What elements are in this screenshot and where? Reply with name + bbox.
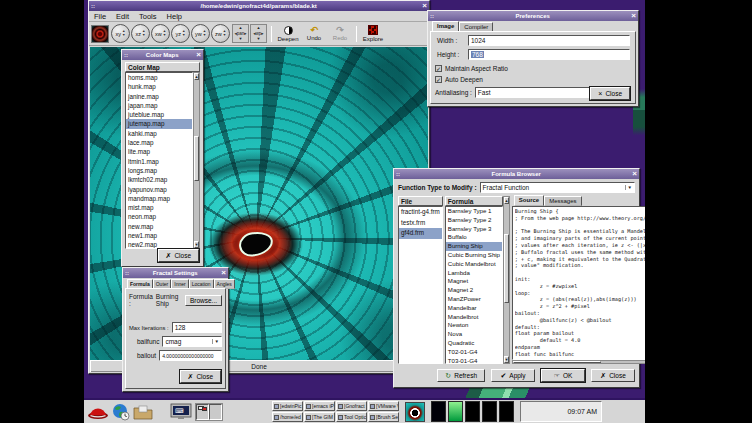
deepen-button[interactable]: Deepen <box>276 23 300 45</box>
colormap-list-item[interactable]: juteblue.map <box>126 110 192 119</box>
dial-arrows-icon[interactable]: ▲▼ <box>142 30 145 36</box>
maintain-aspect-checkbox[interactable]: ✓ <box>435 65 442 72</box>
menu-item[interactable]: Help <box>162 12 187 21</box>
hscroll-thumb[interactable] <box>513 361 601 363</box>
window-menu-icon[interactable]: :: <box>124 52 128 58</box>
file-list-item[interactable]: testx.frm <box>399 218 442 229</box>
colormap-list-item[interactable]: jutemap.map <box>126 119 192 128</box>
menu-item[interactable]: Tools <box>134 12 162 21</box>
source-code[interactable]: Burning Ship {; From the web page http:/… <box>512 206 645 360</box>
source-hscrollbar[interactable] <box>512 360 645 364</box>
monitor-applet[interactable] <box>431 401 446 422</box>
formula-list-item[interactable]: Cubic Mandelbrot <box>446 260 502 269</box>
scroll-thumb[interactable] <box>504 234 509 302</box>
rotation-dial[interactable]: xy ▲▼ <box>111 24 130 43</box>
refresh-button[interactable]: ↻ Refresh <box>437 369 485 382</box>
explore-button[interactable]: Explore <box>361 23 385 45</box>
formula-browser-titlebar[interactable]: :: Formula Browser × <box>394 169 639 179</box>
colormap-list-item[interactable]: homs.map <box>126 73 192 82</box>
colormap-column-header[interactable]: Color Map <box>125 62 200 72</box>
close-icon[interactable]: × <box>422 3 427 9</box>
close-icon[interactable]: × <box>221 270 226 276</box>
close-button[interactable]: × Close <box>590 87 630 100</box>
formula-list-item[interactable]: Nova <box>446 330 502 339</box>
colormap-list-item[interactable]: lkmtch02.map <box>126 175 192 184</box>
colormap-list-item[interactable]: neon.map <box>126 212 192 221</box>
preferences-titlebar[interactable]: :: Preferences × <box>428 11 638 21</box>
close-button[interactable]: ✗ Close <box>591 369 635 382</box>
formula-list-item[interactable]: Barnsley Type 3 <box>446 225 502 234</box>
file-column-header[interactable]: File <box>398 196 443 206</box>
scroll-down-icon[interactable]: ▼ <box>504 356 509 363</box>
main-menu-button[interactable] <box>87 404 109 420</box>
fractal-settings-titlebar[interactable]: :: Fractal Settings × <box>123 268 228 278</box>
formula-column-header[interactable]: Formula <box>445 196 503 206</box>
formula-list-item[interactable]: Burning Ship <box>446 242 502 251</box>
colormap-list-item[interactable]: lace.map <box>126 138 192 147</box>
formula-list-item[interactable]: Newton <box>446 321 502 330</box>
colormap-list-item[interactable]: kahki.map <box>126 129 192 138</box>
task-button[interactable]: [VMware V <box>368 401 399 411</box>
colormap-list-item[interactable]: lyapunov.map <box>126 185 192 194</box>
menu-item[interactable]: Edit <box>111 12 134 21</box>
web-browser-launcher[interactable] <box>112 403 130 421</box>
function-type-dropdown[interactable]: Fractal Function ▼ <box>480 182 635 193</box>
dial-arrows-icon[interactable]: ▲▼ <box>223 30 226 36</box>
main-titlebar[interactable]: :: /home/edwin/gnofract4d/params/blade.k… <box>89 1 429 11</box>
ok-button[interactable]: ☞ OK <box>541 369 585 382</box>
bailout-input[interactable]: 4.00000000000000000 <box>159 350 222 361</box>
spin-up-icon[interactable]: ▲ <box>239 26 243 30</box>
colormap-scrollbar[interactable]: ▲ ▼ <box>193 72 200 249</box>
browse-button[interactable]: Browse... <box>185 295 222 306</box>
spin-down-icon[interactable]: ▼ <box>257 37 261 41</box>
file-manager-launcher[interactable] <box>133 404 153 420</box>
close-button[interactable]: ✗ Close <box>158 249 200 262</box>
formula-list-item[interactable]: Mandelbar <box>446 304 502 313</box>
colormap-list-item[interactable]: new.map <box>126 222 192 231</box>
rotation-dial[interactable]: xw ▲▼ <box>151 24 170 43</box>
dial-arrows-icon[interactable]: ▲▼ <box>122 30 125 36</box>
colormap-list-item[interactable]: longs.map <box>126 166 192 175</box>
spin-down-icon[interactable]: ▼ <box>239 37 243 41</box>
colormap-list-item[interactable]: japan.map <box>126 101 192 110</box>
task-button[interactable]: [Gnofract <box>336 401 367 411</box>
rotation-dial[interactable]: yw ▲▼ <box>191 24 210 43</box>
close-icon[interactable]: × <box>196 52 201 58</box>
rotation-dial[interactable]: yz ▲▼ <box>171 24 190 43</box>
colormap-list-item[interactable]: mandmap.map <box>126 194 192 203</box>
colormap-list-item[interactable]: lite.map <box>126 147 192 156</box>
spin-up-icon[interactable]: ▲ <box>257 26 261 30</box>
formula-scrollbar[interactable]: ▲ ▼ <box>503 196 510 364</box>
window-menu-icon[interactable]: :: <box>125 270 129 276</box>
window-menu-icon[interactable]: :: <box>430 13 434 19</box>
colormap-list-item[interactable]: janine.map <box>126 92 192 101</box>
formula-list-item[interactable]: T02-01-G4 <box>446 348 502 357</box>
dial-arrows-icon[interactable]: ▲▼ <box>182 30 185 36</box>
colormap-list-item[interactable]: ltmin1.map <box>126 157 192 166</box>
height-input[interactable]: 768 <box>468 49 630 60</box>
task-button[interactable]: [emacs iP <box>304 401 335 411</box>
formula-list-item[interactable]: T03-01-G4 <box>446 357 502 364</box>
dial-arrows-icon[interactable]: ▲▼ <box>163 30 166 36</box>
scroll-up-icon[interactable]: ▲ <box>194 73 199 80</box>
tab[interactable]: Source <box>514 195 544 206</box>
undo-button[interactable]: ↶ Undo <box>302 23 326 45</box>
file-list-item[interactable]: fractint-g4.frm <box>399 207 442 218</box>
rotation-dial[interactable]: xz ▲▼ <box>131 24 150 43</box>
formula-list-item[interactable]: ManZPower <box>446 295 502 304</box>
file-list-item[interactable]: gf4d.frm <box>399 228 442 239</box>
dial-arrows-icon[interactable]: ▲▼ <box>203 30 206 36</box>
monitor-applet[interactable] <box>499 401 514 422</box>
formula-list-item[interactable]: Barnsley Type 2 <box>446 216 502 225</box>
close-icon[interactable]: × <box>632 171 637 177</box>
window-menu-icon[interactable]: :: <box>396 171 400 177</box>
max-iterations-input[interactable]: 128 <box>172 322 222 333</box>
redo-button[interactable]: ↷ Redo <box>328 23 352 45</box>
workspace-pager[interactable] <box>195 403 223 421</box>
formula-list-item[interactable]: Magnet <box>446 277 502 286</box>
gnofract4d-tray-icon[interactable] <box>405 402 425 422</box>
formula-list-item[interactable]: Quadratic <box>446 339 502 348</box>
formula-list-item[interactable]: Magnet 2 <box>446 286 502 295</box>
workspace-2[interactable] <box>209 404 222 420</box>
spinner[interactable]: ▲ ◂pan▸ ▼ <box>232 24 249 43</box>
